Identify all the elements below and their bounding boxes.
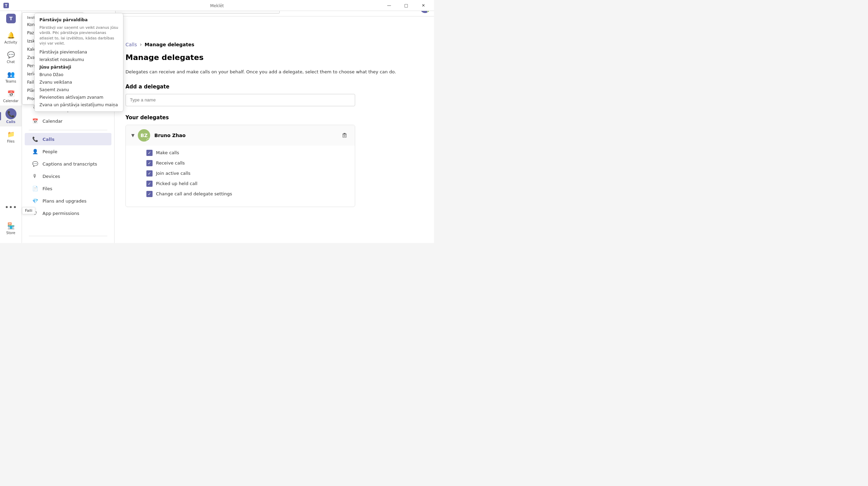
join-active-checkbox[interactable]: [146, 170, 153, 177]
sidebar-item-store[interactable]: 🏪 Store: [6, 218, 16, 238]
dropdown-item-make-calls[interactable]: Zvanu veikšana: [35, 78, 123, 86]
settings-label-files: Files: [43, 186, 52, 191]
change-settings-checkbox[interactable]: [146, 191, 153, 197]
settings-about-teams[interactable]: ℹ About Teams: [22, 239, 114, 243]
sidebar-label-files: Files: [7, 139, 15, 143]
settings-label-app-permissions: App permissions: [43, 211, 79, 216]
dropdown-item-bruno[interactable]: Bruno Džao: [35, 71, 123, 78]
sidebar-item-calendar[interactable]: 📅 Calendar: [0, 86, 22, 106]
sidebar-label-calendar: Calendar: [3, 99, 19, 103]
sidebar-label-chat: Chat: [7, 60, 15, 64]
sidebar-item-calls[interactable]: 📞 Calls: [0, 106, 22, 126]
delete-delegate-button[interactable]: [340, 131, 349, 140]
sidebar-label-store: Store: [6, 231, 15, 235]
main-content: Calls › Manage delegates Manage delegate…: [114, 16, 434, 243]
add-delegate-title: Add a delegate: [125, 84, 423, 90]
permission-join-active: Join active calls: [146, 170, 349, 177]
close-button[interactable]: ✕: [415, 0, 431, 11]
picked-up-label: Picked up held call: [156, 181, 197, 186]
maximize-button[interactable]: □: [398, 0, 414, 11]
settings-item-people[interactable]: 👤 People: [25, 145, 111, 158]
settings-item-app-permissions[interactable]: 🛡 App permissions: [25, 207, 111, 219]
settings-item-plans[interactable]: 💎 Plans and upgrades: [25, 195, 111, 207]
delegate-permissions: Make calls Receive calls Join active cal…: [126, 146, 355, 207]
title-bar-center: Meklēt: [210, 2, 224, 9]
files-settings-icon: 📄: [32, 185, 38, 192]
add-delegate-section: Add a delegate: [125, 84, 423, 106]
minimize-button[interactable]: —: [381, 0, 397, 11]
calls-icon: 📞: [5, 108, 16, 119]
sidebar-label-teams: Teams: [5, 80, 16, 83]
delegate-name: Bruno Zhao: [154, 133, 340, 138]
settings-label-calendar: Calendar: [43, 119, 62, 124]
delegate-avatar: BZ: [138, 129, 150, 142]
devices-icon: 🎙: [32, 173, 38, 180]
svg-text:T: T: [5, 4, 8, 8]
join-active-label: Join active calls: [156, 171, 191, 176]
page-description: Delegates can receive and make calls on …: [125, 69, 423, 75]
dropdown-item-add[interactable]: Pārstāvja pievienošana: [35, 48, 123, 56]
settings-label-plans: Plans and upgrades: [43, 198, 86, 204]
dropdown-overlay: Pārstāvju pārvaldība Pārstāvji var saņem…: [34, 13, 123, 112]
settings-label-captions: Captions and transcripts: [43, 161, 97, 167]
dropdown-header: Pārstāvju pārvaldība: [35, 16, 123, 24]
make-calls-checkbox[interactable]: [146, 150, 153, 156]
sidebar-item-more[interactable]: •••: [6, 199, 16, 215]
settings-item-calls[interactable]: 📞 Calls: [25, 133, 111, 145]
sidebar-item-chat[interactable]: 💬 Chat: [0, 47, 22, 66]
sidebar-label-activity: Activity: [4, 40, 17, 44]
sidebar: T 🔔 Activity 💬 Chat 👥 Teams 📅 Calendar 📞…: [0, 0, 22, 243]
svg-rect-4: [343, 133, 346, 134]
settings-item-files[interactable]: 📄 Files: [25, 182, 111, 195]
delegates-section-title: Your delegates: [125, 114, 423, 121]
more-icon: •••: [6, 202, 16, 212]
delegate-header[interactable]: ▼ BZ Bruno Zhao: [126, 125, 355, 146]
calendar-settings-icon: 📅: [32, 118, 38, 124]
calendar-icon: 📅: [6, 89, 16, 98]
sidebar-item-teams[interactable]: 👥 Teams: [0, 66, 22, 86]
title-bar-controls: — □ ✕: [381, 0, 434, 11]
svg-text:T: T: [9, 16, 13, 21]
settings-item-captions[interactable]: 💬 Captions and transcripts: [25, 158, 111, 170]
breadcrumb: Calls › Manage delegates: [125, 41, 423, 48]
settings-label-devices: Devices: [43, 174, 60, 179]
avatar-initials: BZ: [141, 133, 148, 138]
dropdown-description: Pārstāvji var saņemt un veikt zvanus jūs…: [35, 24, 123, 48]
breadcrumb-calls[interactable]: Calls: [125, 42, 137, 47]
sidebar-item-activity[interactable]: 🔔 Activity: [0, 27, 22, 47]
calls-settings-icon: 📞: [32, 136, 38, 143]
settings-item-devices[interactable]: 🎙 Devices: [25, 170, 111, 182]
sidebar-item-files[interactable]: 📁 Files: [0, 126, 22, 146]
teams-icon: 👥: [6, 69, 16, 79]
activity-icon: 🔔: [6, 30, 16, 40]
make-calls-label: Make calls: [156, 150, 179, 155]
breadcrumb-current: Manage delegates: [145, 42, 194, 47]
change-settings-label: Change call and delegate settings: [156, 191, 232, 196]
delegates-section: Your delegates ▼ BZ Bruno Zhao: [125, 114, 423, 207]
people-icon: 👤: [32, 148, 38, 155]
picked-up-checkbox[interactable]: [146, 181, 153, 187]
expand-icon[interactable]: ▼: [131, 133, 134, 138]
dropdown-item-join[interactable]: Pievienoties aktīvajam zvanam: [35, 94, 123, 101]
window-title: Meklēt: [210, 3, 224, 8]
dropdown-item-delegates[interactable]: Jūsu pārstāvji: [35, 63, 123, 71]
teams-logo-button[interactable]: T: [6, 14, 16, 25]
sidebar-label-calls: Calls: [6, 120, 15, 124]
store-icon: 🏪: [6, 221, 16, 230]
settings-divider: [29, 130, 107, 130]
settings-label-calls: Calls: [43, 137, 55, 142]
receive-calls-checkbox[interactable]: [146, 160, 153, 166]
permission-change-settings: Change call and delegate settings: [146, 191, 349, 197]
page-title: Manage delegates: [125, 53, 423, 62]
plans-icon: 💎: [32, 197, 38, 204]
delegate-card: ▼ BZ Bruno Zhao: [125, 125, 355, 207]
content-area: Calls › Manage delegates Manage delegate…: [114, 33, 434, 219]
dropdown-item-change[interactable]: Zvana un pārstāvja iestatījumu maiņa: [35, 101, 123, 109]
trash-icon: [342, 133, 347, 138]
dropdown-item-type[interactable]: Ierakstiet nosaukumu: [35, 56, 123, 63]
title-bar-left: T: [0, 2, 10, 9]
settings-item-calendar[interactable]: 📅 Calendar: [25, 115, 111, 127]
add-delegate-input[interactable]: [125, 94, 355, 106]
dropdown-item-receive[interactable]: Saņemt zvanu: [35, 86, 123, 94]
receive-calls-label: Receive calls: [156, 160, 185, 166]
